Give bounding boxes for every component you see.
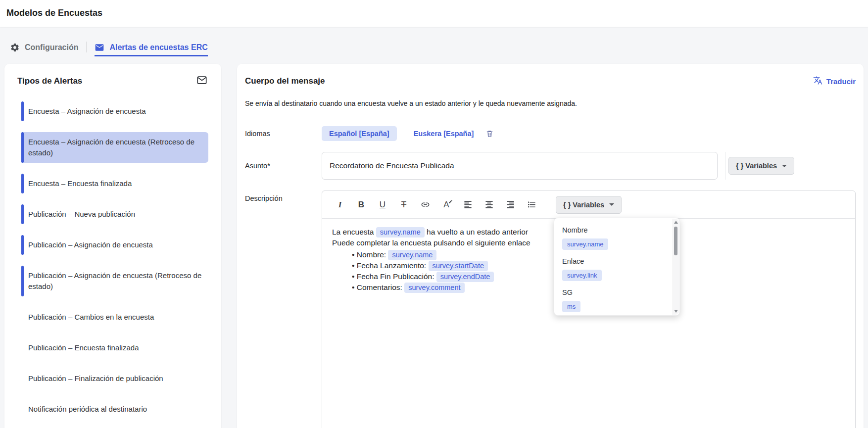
align-right-button[interactable] [501, 196, 519, 214]
scroll-down-arrow-icon[interactable] [674, 310, 678, 313]
underline-button[interactable]: U [374, 196, 391, 214]
rich-text-editor: I B U T A [322, 190, 856, 428]
alert-type-list: Encuesta – Asignación de encuesta Encues… [4, 95, 221, 419]
variables-dropdown-list: Nombre survey.name Enlace survey.link SG… [554, 218, 679, 316]
message-body-title: Cuerpo del mensaje [245, 76, 325, 86]
alert-type-label: Encuesta – Asignación de encuesta (Retro… [28, 137, 203, 158]
alert-type-item[interactable]: Notificación periódica al destinatario [21, 399, 208, 419]
variables-dropdown-menu: Nombre survey.name Enlace survey.link SG… [554, 218, 680, 316]
editor-text: ha vuelto a un estado anterior [425, 228, 528, 236]
description-label: Descripción [245, 190, 322, 202]
variables-label: { } Variables [563, 201, 604, 209]
alert-type-label: Notificación periódica al destinatario [28, 404, 147, 415]
font-color-button[interactable]: A [437, 196, 455, 214]
alert-type-label: Publicación – Cambios en la encuesta [28, 312, 154, 323]
bold-button[interactable]: B [352, 196, 370, 214]
alert-type-label: Publicación – Nueva publicación [28, 209, 135, 220]
scrollbar-thumb[interactable] [674, 227, 677, 255]
alert-types-panel: Tipos de Alertas Encuesta – Asignación d… [4, 64, 221, 428]
align-right-icon [506, 200, 515, 209]
align-left-button[interactable] [459, 196, 477, 214]
alert-type-label: Publicación – Encuesta finalizada [28, 342, 139, 353]
pen-icon [448, 199, 453, 204]
alert-type-label: Encuesta – Encuesta finalizada [28, 178, 132, 189]
accent-bar [21, 174, 24, 193]
alert-type-label: Publicación – Finalización de publicació… [28, 373, 163, 384]
tab-divider [86, 42, 87, 52]
alert-type-item-selected[interactable]: Encuesta – Asignación de encuesta (Retro… [21, 132, 208, 163]
alert-type-item[interactable]: Encuesta – Asignación de encuesta [21, 101, 208, 121]
alert-description: Se envía al destinatario cuando una encu… [245, 99, 856, 107]
link-button[interactable] [416, 196, 434, 214]
subject-row: Asunto* { } Variables [245, 152, 856, 180]
accent-bar [21, 235, 24, 255]
editor-text: Fecha Fin Publicación: [357, 272, 436, 281]
tab-configuracion[interactable]: Configuración [10, 43, 78, 56]
variable-chip: survey.startDate [429, 261, 488, 271]
editor-variables-button[interactable]: { } Variables [556, 196, 622, 214]
field-divider [725, 152, 725, 180]
align-center-icon [484, 200, 494, 209]
delete-language-button[interactable] [485, 130, 494, 138]
variable-chip: survey.name [388, 250, 436, 260]
tab-alertas-erc-label: Alertas de encuestas ERC [109, 43, 207, 52]
dropdown-scrollbar[interactable] [673, 219, 679, 315]
mail-send-icon [196, 75, 207, 88]
tab-bar: Configuración Alertas de encuestas ERC [10, 42, 208, 56]
alert-types-header: Tipos de Alertas [4, 64, 221, 95]
accent-bar [21, 266, 24, 296]
align-center-button[interactable] [480, 196, 498, 214]
variable-chip: survey.comment [404, 283, 464, 293]
mail-icon [95, 43, 104, 52]
variable-option[interactable]: ms [562, 301, 580, 312]
editor-toolbar: I B U T A [322, 191, 855, 219]
alert-type-item[interactable]: Encuesta – Encuesta finalizada [21, 174, 208, 193]
description-row: Descripción I B U T A [245, 190, 856, 428]
language-link-secondary[interactable]: Euskera [España] [414, 130, 474, 138]
message-body-header: Cuerpo del mensaje Traducir [237, 64, 864, 87]
message-body-panel: Cuerpo del mensaje Traducir Se envía al … [237, 64, 864, 428]
tab-configuracion-label: Configuración [25, 43, 78, 52]
variable-option[interactable]: survey.link [562, 270, 602, 281]
variable-chip: survey.name [376, 227, 425, 238]
alert-type-item[interactable]: Publicación – Nueva publicación [21, 204, 208, 224]
align-left-icon [463, 200, 473, 209]
link-icon [421, 200, 430, 209]
alert-type-item[interactable]: Publicación – Cambios en la encuesta [21, 307, 208, 327]
translate-button[interactable]: Traducir [813, 76, 856, 87]
alert-type-item[interactable]: Publicación – Encuesta finalizada [21, 338, 208, 358]
accent-bar [21, 132, 24, 163]
accent-bar [21, 101, 24, 121]
editor-text: Nombre: [357, 250, 388, 259]
subject-variables-button[interactable]: { } Variables [728, 157, 794, 175]
tab-alertas-erc[interactable]: Alertas de encuestas ERC [95, 43, 207, 56]
alert-type-item[interactable]: Publicación – Asignación de encuesta [21, 235, 208, 255]
subject-input[interactable] [322, 152, 718, 180]
alert-type-label: Encuesta – Asignación de encuesta [28, 106, 146, 117]
language-chip-active[interactable]: Español [España] [322, 126, 397, 141]
app-header: Modelos de Encuestas [0, 0, 868, 27]
bullet-list-icon [527, 200, 536, 209]
page-title: Modelos de Encuestas [0, 0, 868, 18]
chevron-down-icon [782, 165, 787, 167]
variables-label: { } Variables [736, 162, 777, 170]
gear-icon [10, 43, 20, 52]
editor-text: Fecha Lanzamiento: [357, 261, 429, 270]
alert-type-label: Publicación – Asignación de encuesta (Re… [28, 270, 203, 292]
alert-types-title: Tipos de Alertas [17, 76, 82, 86]
translate-label: Traducir [826, 77, 856, 86]
editor-text: La encuesta [332, 228, 376, 236]
variable-option[interactable]: survey.name [562, 238, 608, 250]
chevron-down-icon [609, 203, 614, 206]
bullet-list-button[interactable] [523, 196, 540, 214]
alert-type-item[interactable]: Publicación – Asignación de encuesta (Re… [21, 266, 208, 296]
variable-group-label: Enlace [562, 257, 666, 265]
translate-icon [813, 76, 822, 87]
strikethrough-button[interactable]: T [395, 196, 413, 214]
languages-row: Idiomas Español [España] Euskera [España… [245, 126, 856, 141]
variable-chip: survey.endDate [436, 272, 494, 282]
scroll-up-arrow-icon[interactable] [674, 221, 678, 224]
variable-group-label: SG [562, 288, 666, 296]
alert-type-item[interactable]: Publicación – Finalización de publicació… [21, 369, 208, 388]
italic-button[interactable]: I [331, 196, 349, 214]
